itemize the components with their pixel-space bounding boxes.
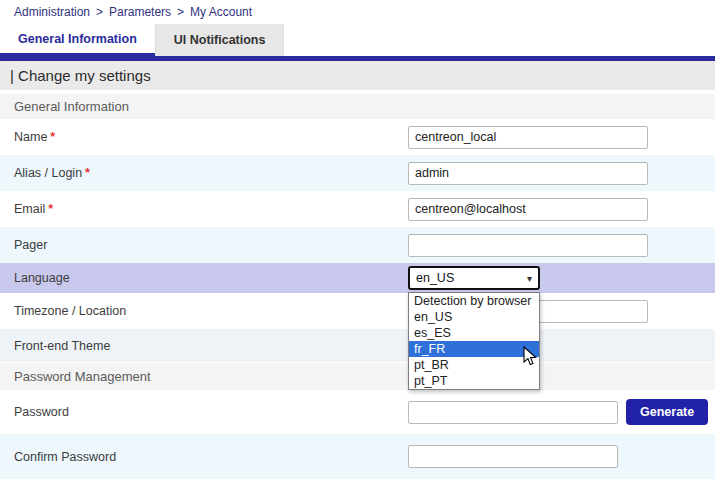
field-label-text: Alias / Login — [14, 166, 82, 180]
theme-label: Front-end Theme — [14, 339, 408, 353]
mouse-cursor-icon — [523, 346, 538, 367]
field-label-text: Pager — [14, 238, 47, 252]
page-title: | Change my settings — [0, 61, 715, 90]
field-row-password: Password Generate — [0, 390, 715, 434]
password-label: Password — [14, 405, 408, 419]
dropdown-option-fr-fr[interactable]: fr_FR — [409, 341, 539, 357]
breadcrumb-parameters[interactable]: Parameters — [109, 5, 171, 19]
tab-general-information[interactable]: General Information — [0, 24, 155, 56]
section-password-management: Password Management — [0, 362, 715, 390]
required-marker: * — [48, 202, 53, 216]
field-label-text: Name — [14, 130, 47, 144]
field-row-name: Name* — [0, 119, 715, 155]
tab-bar: General Information UI Notifications — [0, 24, 715, 56]
breadcrumb-separator: > — [96, 5, 103, 19]
section-general-information: General Information — [0, 93, 715, 119]
field-row-email: Email* — [0, 191, 715, 227]
alias-label: Alias / Login* — [14, 166, 408, 180]
email-label: Email* — [14, 202, 408, 216]
confirm-password-input[interactable] — [408, 445, 618, 468]
field-row-pager: Pager — [0, 227, 715, 263]
required-marker: * — [50, 130, 55, 144]
confirm-password-label: Confirm Password — [14, 450, 408, 464]
my-account-page: Administration > Parameters > My Account… — [0, 0, 715, 479]
dropdown-option-detection[interactable]: Detection by browser — [409, 293, 539, 309]
tab-ui-notifications[interactable]: UI Notifications — [155, 24, 285, 56]
dropdown-option-pt-pt[interactable]: pt_PT — [409, 373, 539, 389]
generate-button[interactable]: Generate — [626, 399, 708, 425]
field-label-text: Confirm Password — [14, 450, 116, 464]
pager-input[interactable] — [408, 234, 648, 257]
field-row-confirm-password: Confirm Password — [0, 434, 715, 479]
name-input[interactable] — [408, 126, 648, 149]
name-label: Name* — [14, 130, 408, 144]
breadcrumb: Administration > Parameters > My Account — [0, 0, 715, 24]
password-input[interactable] — [408, 401, 618, 424]
field-row-alias: Alias / Login* — [0, 155, 715, 191]
field-row-language: Language en_US ▾ — [0, 263, 715, 293]
field-label-text: Front-end Theme — [14, 339, 110, 353]
timezone-label: Timezone / Location — [14, 304, 408, 318]
dropdown-option-en-us[interactable]: en_US — [409, 309, 539, 325]
language-select[interactable]: en_US ▾ — [408, 266, 540, 290]
language-label: Language — [14, 271, 408, 285]
email-input[interactable] — [408, 198, 648, 221]
language-dropdown: Detection by browser en_US es_ES fr_FR p… — [408, 292, 540, 390]
dropdown-option-es-es[interactable]: es_ES — [409, 325, 539, 341]
field-row-theme: Front-end Theme — [0, 329, 715, 362]
required-marker: * — [85, 166, 90, 180]
breadcrumb-separator: > — [177, 5, 184, 19]
chevron-down-icon: ▾ — [527, 273, 532, 284]
language-selected-value: en_US — [416, 271, 454, 285]
field-label-text: Language — [14, 271, 70, 285]
pager-label: Pager — [14, 238, 408, 252]
alias-input[interactable] — [408, 162, 648, 185]
field-label-text: Email — [14, 202, 45, 216]
field-label-text: Timezone / Location — [14, 304, 126, 318]
field-label-text: Password — [14, 405, 69, 419]
dropdown-option-pt-br[interactable]: pt_BR — [409, 357, 539, 373]
breadcrumb-administration[interactable]: Administration — [14, 5, 90, 19]
breadcrumb-my-account[interactable]: My Account — [190, 5, 252, 19]
field-row-timezone: Timezone / Location — [0, 293, 715, 329]
